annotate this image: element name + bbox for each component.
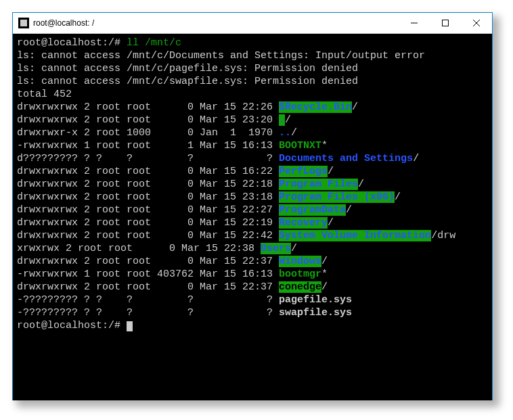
perm-text: drwxrwxrwx 2 root root 0 Mar 15 22:27 [17, 204, 279, 216]
suffix: / [395, 191, 401, 203]
perm-text: -rwxrwxrwx 1 root root 403762 Mar 15 16:… [17, 269, 279, 280]
suffix: / [346, 204, 352, 216]
maximize-button[interactable] [430, 13, 461, 33]
error-line: ls: cannot access /mnt/c/Documents and S… [17, 49, 488, 62]
suffix: * [321, 140, 328, 151]
window-title: root@localhost: / [33, 18, 399, 28]
final-prompt: root@localhost:/# [17, 319, 488, 332]
close-button[interactable] [461, 13, 492, 33]
suffix: /drw [431, 230, 455, 241]
perm-text: drwxrwxrwx 2 root root 0 Mar 15 22:37 [17, 281, 279, 293]
perm-text: -????????? ? ? ? ? ? [17, 294, 279, 306]
suffix: / [413, 153, 419, 164]
file-name: Documents and Settings [279, 153, 413, 164]
perm-text: drwxrwxrwx 2 root root 0 Mar 15 22:26 [17, 101, 279, 113]
listing-row: xrwxrwx 2 root root 0 Mar 15 22:38 Users… [17, 242, 488, 255]
listing-row: -????????? ? ? ? ? ? swapfile.sys [17, 306, 488, 319]
suffix: / [328, 217, 334, 229]
listing-row: drwxrwxrwx 2 root root 0 Mar 15 23:18 Pr… [17, 191, 488, 204]
perm-text: -rwxrwxrwx 1 root root 1 Mar 15 16:13 [17, 140, 279, 151]
listing-row: drwxrwxrwx 2 root root 0 Mar 15 22:37 co… [17, 281, 488, 294]
file-name: swapfile.sys [279, 307, 352, 319]
total-line: total 452 [17, 88, 488, 101]
cursor [127, 321, 133, 331]
file-name: pagefile.sys [279, 294, 352, 306]
listing-row: d????????? ? ? ? ? ? Documents and Setti… [17, 152, 488, 165]
listing-row: drwxrwxr-x 2 root 1000 0 Jan 1 1970 ../ [17, 126, 488, 139]
listing-row: drwxrwxrwx 2 root root 0 Mar 15 22:26 $R… [17, 101, 488, 114]
app-icon [18, 18, 29, 28]
prompt-line: root@localhost:/# ll /mnt/c [17, 37, 488, 49]
listing-row: drwxrwxrwx 2 root root 0 Mar 15 22:27 Pr… [17, 204, 488, 216]
file-name: Program Files (x86) [279, 191, 395, 203]
perm-text: xrwxrwx 2 root root 0 Mar 15 22:38 [17, 243, 261, 254]
suffix: / [291, 127, 297, 139]
suffix: / [358, 179, 364, 190]
listing-row: drwxrwxrwx 2 root root 0 Mar 15 22:37 Wi… [17, 255, 488, 268]
file-name: Recovery [279, 217, 328, 229]
suffix: / [352, 101, 358, 113]
titlebar[interactable]: root@localhost: / [13, 13, 492, 34]
terminal-body[interactable]: root@localhost:/# ll /mnt/c ls: cannot a… [13, 34, 492, 400]
listing-row: drwxrwxrwx 2 root root 0 Mar 15 22:18 Pr… [17, 178, 488, 191]
perm-text: drwxrwxrwx 2 root root 0 Mar 15 23:20 [17, 114, 279, 126]
perm-text: -????????? ? ? ? ? ? [17, 307, 279, 319]
file-name: Program Files [279, 179, 358, 190]
perm-text: drwxrwxr-x 2 root 1000 0 Jan 1 1970 [17, 127, 279, 139]
perm-text: drwxrwxrwx 2 root root 0 Mar 15 22:37 [17, 256, 279, 267]
listing-row: -rwxrwxrwx 1 root root 1 Mar 15 16:13 BO… [17, 139, 488, 152]
file-name: System Volume Information [279, 230, 431, 241]
perm-text: drwxrwxrwx 2 root root 0 Mar 15 23:18 [17, 191, 279, 203]
file-name: Users [261, 243, 291, 254]
minimize-button[interactable] [399, 13, 430, 33]
listing-row: drwxrwxrwx 2 root root 0 Mar 15 22:42 Sy… [17, 229, 488, 242]
perm-text: drwxrwxrwx 2 root root 0 Mar 15 16:22 [17, 166, 279, 177]
file-name: ProgramData [279, 204, 346, 216]
error-line: ls: cannot access /mnt/c/swapfile.sys: P… [17, 75, 488, 88]
command-text: ll /mnt/c [127, 37, 181, 49]
listing-row: -????????? ? ? ? ? ? pagefile.sys [17, 294, 488, 306]
svg-rect-1 [443, 20, 449, 26]
file-name: BOOTNXT [279, 140, 321, 151]
perm-text: d????????? ? ? ? ? ? [17, 153, 279, 164]
file-name: PerfLogs [279, 166, 328, 177]
file-name: . [279, 114, 285, 126]
file-name: conedge [279, 281, 321, 293]
suffix: / [321, 256, 328, 267]
suffix: / [285, 114, 291, 126]
listing-row: -rwxrwxrwx 1 root root 403762 Mar 15 16:… [17, 268, 488, 281]
listing-row: drwxrwxrwx 2 root root 0 Mar 15 22:19 Re… [17, 216, 488, 229]
file-name: Windows [279, 256, 321, 267]
file-name: bootmgr [279, 269, 321, 280]
suffix: / [291, 243, 297, 254]
terminal-window: root@localhost: / root@localhost:/# ll /… [12, 12, 493, 400]
perm-text: drwxrwxrwx 2 root root 0 Mar 15 22:18 [17, 179, 279, 190]
file-name: $Recycle.Bin [279, 101, 352, 113]
suffix: / [321, 281, 328, 293]
perm-text: drwxrwxrwx 2 root root 0 Mar 15 22:19 [17, 217, 279, 229]
listing-row: drwxrwxrwx 2 root root 0 Mar 15 16:22 Pe… [17, 165, 488, 178]
perm-text: drwxrwxrwx 2 root root 0 Mar 15 22:42 [17, 230, 279, 241]
error-line: ls: cannot access /mnt/c/pagefile.sys: P… [17, 62, 488, 75]
suffix: * [321, 269, 328, 280]
file-name: .. [279, 127, 291, 139]
suffix: / [328, 166, 334, 177]
listing-row: drwxrwxrwx 2 root root 0 Mar 15 23:20 ./ [17, 114, 488, 126]
